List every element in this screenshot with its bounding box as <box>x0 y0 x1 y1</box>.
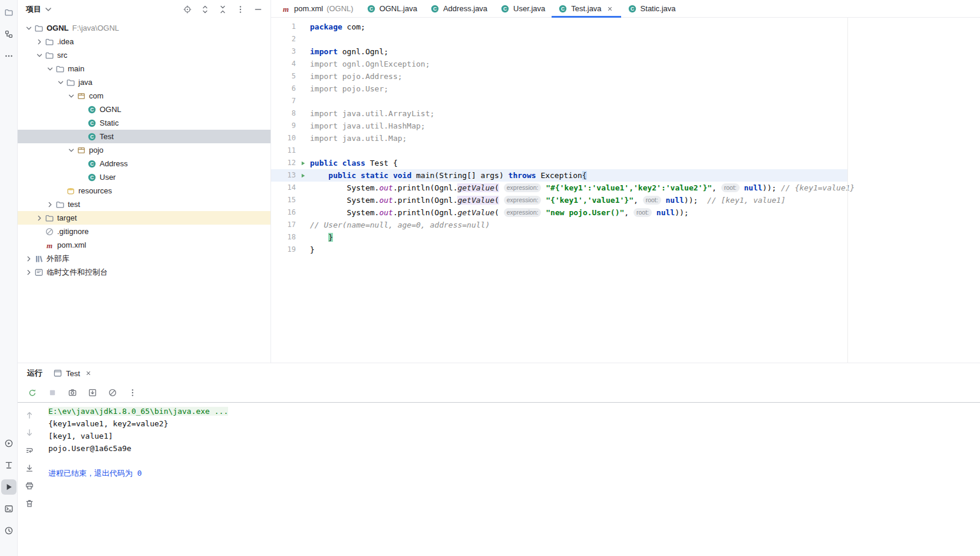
tree-item-ognl-root[interactable]: OGNLF:\java\OGNL <box>18 21 270 35</box>
tree-item-pojo[interactable]: pojo <box>18 143 270 157</box>
stop-button[interactable] <box>46 386 59 399</box>
tree-item-class-address[interactable]: CAddress <box>18 157 270 170</box>
tree-item-src[interactable]: src <box>18 48 270 62</box>
editor-tab-user-java[interactable]: CUser.java <box>494 0 552 17</box>
clearall-button[interactable] <box>106 386 119 399</box>
cls-icon: C <box>87 119 97 128</box>
up-button[interactable] <box>23 409 36 422</box>
code-line-13[interactable]: public static void main(String[] args) t… <box>310 169 847 182</box>
line-number: 13 <box>275 169 296 182</box>
chevron-down-icon[interactable] <box>34 51 45 60</box>
run-tool-button[interactable] <box>1 479 17 495</box>
down-button[interactable] <box>23 426 36 439</box>
run-line-icon[interactable] <box>296 172 310 179</box>
editor-tab-static-java[interactable]: CStatic.java <box>621 0 682 17</box>
code-line-10[interactable]: import java.util.Map; <box>310 132 847 144</box>
code-token: .println(Ognl. <box>393 208 458 217</box>
run-icon <box>4 482 14 492</box>
tree-item-scratches-consoles[interactable]: 临时文件和控制台 <box>18 265 270 279</box>
code-line-3[interactable]: import ognl.Ognl; <box>310 45 847 58</box>
gutter-line: 18 <box>271 231 310 244</box>
morev-button[interactable] <box>126 386 139 399</box>
tree-item-external-libraries[interactable]: 外部库 <box>18 252 270 265</box>
chevron-right-icon[interactable] <box>34 37 45 47</box>
code-area[interactable]: package com;import ognl.Ognl;import ognl… <box>310 21 847 363</box>
code-line-12[interactable]: public class Test { <box>310 157 847 169</box>
editor-tab-ognl-java[interactable]: COGNL.java <box>360 0 424 17</box>
code-token: ( <box>494 208 504 217</box>
tree-item-target[interactable]: target <box>18 211 270 225</box>
chevron-right-icon[interactable] <box>24 268 34 277</box>
tree-item-test-dir[interactable]: test <box>18 198 270 211</box>
run-line-icon[interactable] <box>296 160 310 167</box>
expand-button[interactable] <box>199 3 212 16</box>
code-line-8[interactable]: import java.util.ArrayList; <box>310 107 847 120</box>
project-title-chevron-icon[interactable] <box>44 5 53 14</box>
code-line-7[interactable] <box>310 95 847 107</box>
svg-text:C: C <box>90 120 94 126</box>
wrap-button[interactable] <box>23 444 36 457</box>
minus-button[interactable] <box>252 3 265 16</box>
code-line-15[interactable]: System.out.println(Ognl.getValue( expres… <box>310 194 847 206</box>
tree-item-resources[interactable]: resources <box>18 184 270 198</box>
editor-tab-pom-xml[interactable]: mpom.xml(OGNL) <box>275 0 360 17</box>
code-line-6[interactable]: import pojo.User; <box>310 83 847 95</box>
tree-item-com[interactable]: com <box>18 89 270 103</box>
terminal-tool-button[interactable] <box>1 501 17 516</box>
tree-item-pom-xml[interactable]: mpom.xml <box>18 238 270 252</box>
history-tool-button[interactable] <box>1 523 17 538</box>
more-tools-tool-button[interactable] <box>1 48 17 64</box>
trash-button[interactable] <box>23 497 36 510</box>
code-token: out <box>379 196 392 205</box>
code-line-1[interactable]: package com; <box>310 21 847 33</box>
tab-close-icon[interactable] <box>605 4 615 14</box>
line-number: 19 <box>275 244 296 256</box>
code-line-4[interactable]: import ognl.OgnlException; <box>310 58 847 70</box>
editor-tab-address-java[interactable]: CAddress.java <box>424 0 494 17</box>
tree-item-class-ognl[interactable]: COGNL <box>18 103 270 116</box>
chevron-right-icon[interactable] <box>24 254 34 264</box>
tree-item-class-static[interactable]: CStatic <box>18 116 270 130</box>
run-tab-test[interactable]: Test <box>50 367 97 380</box>
tree-item-main[interactable]: main <box>18 62 270 75</box>
tree-item-gitignore[interactable]: .gitignore <box>18 225 270 238</box>
morev-button[interactable] <box>234 3 247 16</box>
code-line-11[interactable] <box>310 144 847 157</box>
tree-item-class-user[interactable]: CUser <box>18 170 270 184</box>
console-output[interactable]: E:\ev\java\jdk1.8.0_65\bin\java.exe ...{… <box>41 403 980 556</box>
line-number: 9 <box>275 120 296 132</box>
chevron-down-icon[interactable] <box>45 64 55 74</box>
code-line-14[interactable]: System.out.println(Ognl.getValue( expres… <box>310 182 847 194</box>
project-panel-title[interactable]: 项目 <box>26 4 41 15</box>
chevron-right-icon[interactable] <box>45 200 55 209</box>
restore-button[interactable] <box>86 386 99 399</box>
todo-tool-button[interactable] <box>1 458 17 473</box>
code-line-18[interactable]: } <box>310 231 847 244</box>
code-line-19[interactable]: } <box>310 244 847 256</box>
locate-button[interactable] <box>181 3 194 16</box>
chevron-down-icon[interactable] <box>66 146 77 155</box>
chevron-down-icon[interactable] <box>55 78 66 87</box>
project-tool-button[interactable] <box>1 5 17 20</box>
code-line-2[interactable] <box>310 33 847 45</box>
scrollend-button[interactable] <box>23 462 36 475</box>
chevron-right-icon[interactable] <box>34 213 45 223</box>
gutter-line: 12 <box>271 157 310 169</box>
tree-item-idea[interactable]: .idea <box>18 35 270 48</box>
collapseall-button[interactable] <box>216 3 229 16</box>
chevron-down-icon[interactable] <box>24 24 34 33</box>
code-line-17[interactable]: // User(name=null, age=0, address=null) <box>310 219 847 231</box>
code-line-16[interactable]: System.out.println(Ognl.getValue( expres… <box>310 206 847 219</box>
snapshot-button[interactable] <box>66 386 79 399</box>
code-line-9[interactable]: import java.util.HashMap; <box>310 120 847 132</box>
services-tool-button[interactable] <box>1 436 17 451</box>
tree-item-java[interactable]: java <box>18 75 270 89</box>
code-line-5[interactable]: import pojo.Address; <box>310 70 847 83</box>
tree-item-class-test[interactable]: CTest <box>18 130 270 143</box>
rerun-button[interactable] <box>26 386 39 399</box>
structure-tool-button[interactable] <box>1 27 17 42</box>
chevron-down-icon[interactable] <box>66 91 77 101</box>
print-button[interactable] <box>23 479 36 492</box>
run-tab-close-icon[interactable] <box>84 369 93 378</box>
editor-tab-test-java[interactable]: CTest.java <box>552 0 621 17</box>
